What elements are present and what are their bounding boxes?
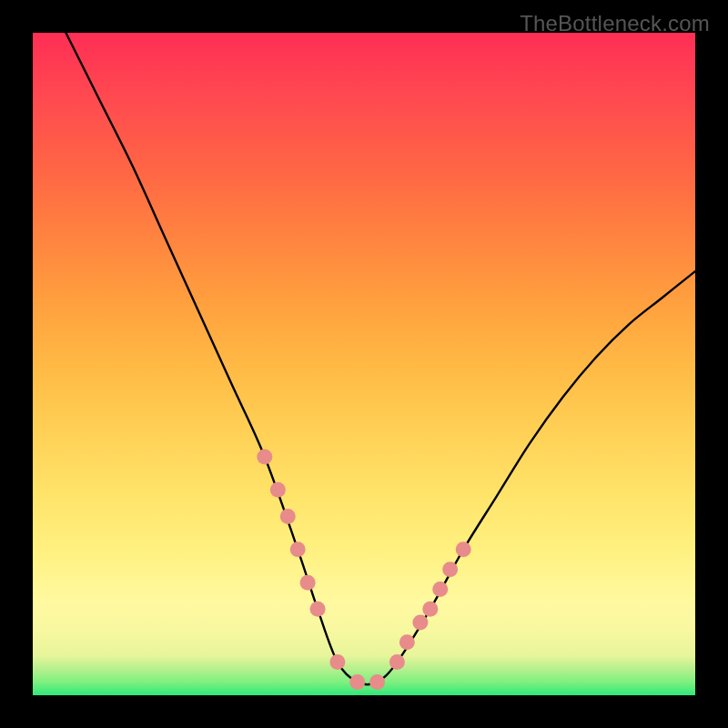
curve-layer [33,33,695,695]
marker-point [432,581,448,597]
marker-point [270,482,286,498]
marker-point [412,614,428,630]
chart-frame: TheBottleneck.com [0,0,728,728]
marker-point [399,634,415,650]
marker-point [349,674,365,690]
marker-point [369,674,385,690]
marker-point [257,449,272,464]
marker-point [389,654,405,670]
marker-point [329,654,345,670]
marker-point [310,602,326,617]
watermark-text: TheBottleneck.com [520,11,710,36]
marker-point [442,561,458,577]
marker-point [422,602,438,617]
highlight-markers [257,449,470,690]
marker-point [456,541,471,557]
bottleneck-curve [66,33,695,684]
marker-point [290,541,306,557]
marker-point [300,575,316,591]
marker-point [280,509,296,524]
plot-area [33,33,695,695]
